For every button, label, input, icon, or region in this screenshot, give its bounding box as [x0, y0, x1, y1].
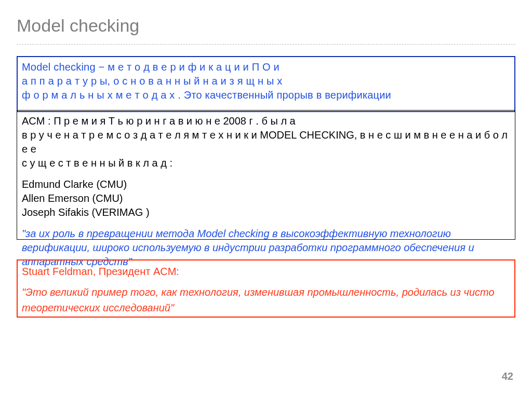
quote-text: Stuart Feldman, Президент ACM: "Это вели… — [22, 264, 510, 315]
definition-text: Model checking − м е т о д в е р и ф и к… — [22, 60, 510, 102]
name-3: Joseph Sifakis (VERIMAG ) — [22, 205, 510, 219]
award-line3: с у щ е с т в е н н ы й в к л а д : — [22, 157, 172, 169]
definition-line2: а п п а р а т у р ы, о с н о в а н н ы й… — [22, 75, 282, 87]
award-text: ACM : П р е м и я Т ь ю р и н г а в и ю … — [22, 114, 510, 269]
divider — [17, 44, 515, 45]
definition-line1: м е т о д в е р и ф и к а ц и и П О и — [108, 61, 280, 73]
award-line2: в р у ч е н а т р е м с о з д а т е л я … — [22, 129, 508, 155]
page-number: 42 — [502, 370, 513, 382]
name-2: Allen Emerson (CMU) — [22, 191, 510, 205]
name-1: Edmund Clarke (CMU) — [22, 177, 510, 191]
award-names: Edmund Clarke (CMU) Allen Emerson (CMU) … — [22, 177, 510, 219]
slide-title: Model checking — [17, 16, 515, 36]
acm-lead: ACM : — [22, 115, 54, 127]
quote-author: Stuart Feldman, Президент ACM: — [22, 264, 510, 279]
quote-body: "Это великий пример того, как технология… — [22, 284, 510, 315]
award-line1: П р е м и я Т ь ю р и н г а в и ю н е 20… — [54, 115, 296, 127]
definition-line3: ф о р м а л ь н ы х м е т о д а х . — [22, 89, 184, 101]
definition-dash: − — [96, 61, 108, 73]
definition-lead: Model checking — [22, 61, 96, 73]
definition-tail: Это качественный прорыв в верификации — [184, 89, 391, 101]
